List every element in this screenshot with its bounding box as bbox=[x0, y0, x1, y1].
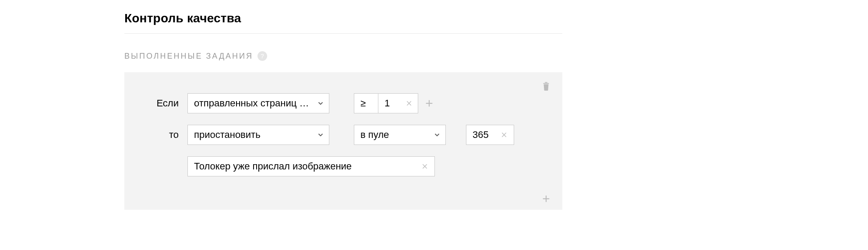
condition-operator-value-group: ≥ 1 bbox=[354, 93, 418, 113]
add-condition-button[interactable] bbox=[424, 99, 434, 108]
if-label: Если bbox=[142, 98, 181, 109]
condition-row: Если отправленных страниц з… ≥ 1 bbox=[142, 93, 545, 113]
condition-value-text: 1 bbox=[385, 98, 392, 109]
condition-field-select[interactable]: отправленных страниц з… bbox=[187, 93, 329, 113]
trash-icon bbox=[541, 82, 551, 92]
action-duration-value: 365 bbox=[473, 129, 489, 141]
section-label: ВЫПОЛНЕННЫЕ ЗАДАНИЯ bbox=[124, 52, 253, 61]
action-reason-value: Толокер уже прислал изображение bbox=[194, 161, 352, 172]
plus-icon bbox=[424, 99, 434, 108]
condition-operator-select[interactable]: ≥ bbox=[354, 93, 378, 113]
page-title: Контроль качества bbox=[124, 11, 868, 33]
clear-duration-button[interactable] bbox=[501, 131, 508, 138]
divider bbox=[124, 33, 562, 34]
svg-rect-0 bbox=[543, 83, 549, 84]
action-duration-input[interactable]: 365 bbox=[466, 125, 514, 145]
action-reason-input[interactable]: Толокер уже прислал изображение bbox=[187, 156, 435, 176]
x-icon bbox=[501, 131, 508, 138]
plus-icon bbox=[541, 194, 551, 204]
condition-operator-value: ≥ bbox=[360, 98, 374, 109]
rule-card: Если отправленных страниц з… ≥ 1 bbox=[124, 72, 562, 210]
reason-row: Толокер уже прислал изображение bbox=[142, 156, 545, 176]
condition-value-input[interactable]: 1 bbox=[378, 93, 418, 113]
action-type-select[interactable]: приостановить bbox=[187, 125, 329, 145]
action-row: то приостановить в пуле 365 bbox=[142, 125, 545, 145]
action-scope-select[interactable]: в пуле bbox=[354, 125, 446, 145]
chevron-down-icon bbox=[433, 131, 441, 139]
chevron-down-icon bbox=[317, 99, 325, 107]
clear-condition-value-button[interactable] bbox=[406, 100, 413, 107]
condition-field-value: отправленных страниц з… bbox=[194, 98, 311, 109]
clear-reason-button[interactable] bbox=[421, 163, 428, 170]
x-icon bbox=[421, 163, 428, 170]
then-label: то bbox=[142, 129, 181, 141]
help-icon[interactable]: ? bbox=[258, 51, 267, 61]
action-scope-value: в пуле bbox=[360, 129, 427, 141]
chevron-down-icon bbox=[317, 131, 325, 139]
action-type-value: приостановить bbox=[194, 129, 311, 141]
delete-rule-button[interactable] bbox=[541, 82, 551, 92]
x-icon bbox=[406, 100, 413, 107]
add-action-button[interactable] bbox=[541, 194, 551, 204]
svg-rect-1 bbox=[545, 82, 547, 83]
